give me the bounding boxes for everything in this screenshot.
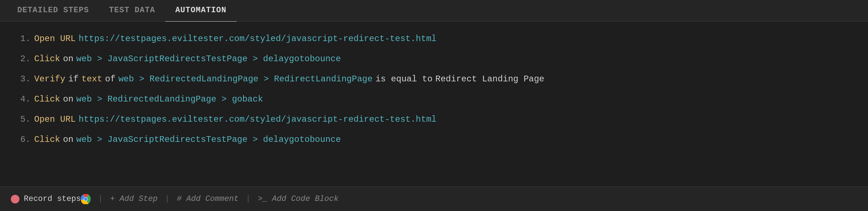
step-3-part-2: text: [81, 73, 102, 86]
step-line-1: 1.Open URLhttps://testpages.eviltester.c…: [14, 29, 854, 49]
step-number-3: 3.: [14, 73, 34, 86]
tab-bar: DETAILED STEPS TEST DATA AUTOMATION: [0, 0, 868, 22]
step-3-part-6: Redirect Landing Page: [435, 73, 544, 86]
step-line-5: 5.Open URLhttps://testpages.eviltester.c…: [14, 109, 854, 130]
tab-automation[interactable]: AUTOMATION: [165, 0, 237, 22]
step-5-part-1: https://testpages.eviltester.com/styled/…: [79, 113, 437, 126]
step-line-6: 6.Clickonweb > JavaScriptRedirectsTestPa…: [14, 130, 854, 150]
record-steps-button[interactable]: Record steps: [11, 194, 81, 203]
steps-container: 1.Open URLhttps://testpages.eviltester.c…: [0, 22, 868, 211]
step-2-part-2: web > JavaScriptRedirectsTestPage > dela…: [76, 53, 341, 66]
step-3-part-0: Verify: [34, 73, 65, 86]
step-5-part-0: Open URL: [34, 113, 76, 126]
step-line-3: 3.Verifyiftextofweb > RedirectedLandingP…: [14, 69, 854, 89]
step-3-part-1: if: [68, 73, 79, 86]
add-comment-button[interactable]: # Add Comment: [177, 194, 239, 203]
step-4-part-1: on: [63, 93, 73, 106]
step-2-part-1: on: [63, 53, 73, 66]
step-2-part-0: Click: [34, 53, 60, 66]
record-icon: [11, 195, 19, 203]
step-3-part-4: web > RedirectedLandingPage > RedirectLa…: [118, 73, 373, 86]
step-number-6: 6.: [14, 133, 34, 146]
add-code-block-button[interactable]: >_ Add Code Block: [258, 194, 339, 203]
chrome-icon: [81, 194, 91, 204]
add-step-button[interactable]: + Add Step: [110, 194, 158, 203]
app-container: DETAILED STEPS TEST DATA AUTOMATION 1.Op…: [0, 0, 868, 211]
step-number-5: 5.: [14, 113, 34, 126]
step-6-part-1: on: [63, 133, 73, 146]
step-number-4: 4.: [14, 93, 34, 106]
divider-1: |: [98, 194, 103, 203]
step-1-part-1: https://testpages.eviltester.com/styled/…: [79, 32, 437, 45]
step-3-part-3: of: [105, 73, 116, 86]
step-3-part-5: is equal to: [375, 73, 432, 86]
step-4-part-2: web > RedirectedLandingPage > goback: [76, 93, 263, 106]
step-6-part-2: web > JavaScriptRedirectsTestPage > dela…: [76, 133, 341, 146]
step-6-part-0: Click: [34, 133, 60, 146]
tab-detailed-steps[interactable]: DETAILED STEPS: [7, 0, 99, 22]
step-1-part-0: Open URL: [34, 32, 76, 45]
divider-2: |: [165, 194, 170, 203]
divider-3: |: [246, 194, 251, 203]
svg-point-2: [84, 197, 88, 201]
step-4-part-0: Click: [34, 93, 60, 106]
record-dot: [13, 197, 17, 201]
step-line-2: 2.Clickonweb > JavaScriptRedirectsTestPa…: [14, 49, 854, 69]
record-steps-label: Record steps: [24, 194, 81, 203]
tab-test-data[interactable]: TEST DATA: [99, 0, 165, 22]
step-number-1: 1.: [14, 32, 34, 45]
footer-toolbar: Record steps | + Add Step | # Add Commen…: [0, 187, 868, 211]
step-number-2: 2.: [14, 53, 34, 66]
step-line-4: 4.Clickonweb > RedirectedLandingPage > g…: [14, 89, 854, 109]
